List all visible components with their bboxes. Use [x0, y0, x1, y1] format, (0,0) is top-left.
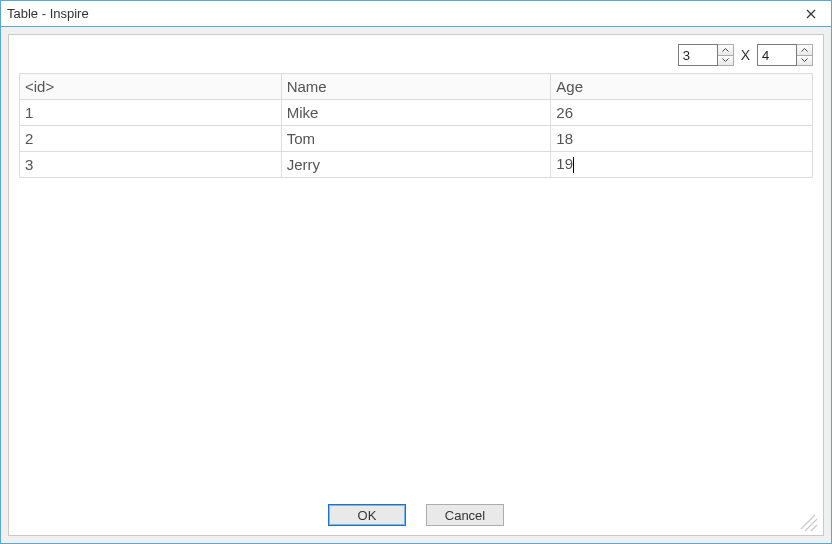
table-header-row: <id> Name Age	[20, 74, 813, 100]
cell-edit-value[interactable]: 19	[556, 155, 573, 172]
cell-age-editing[interactable]: 19	[551, 152, 813, 178]
close-button[interactable]	[791, 1, 831, 26]
chevron-down-icon	[801, 58, 808, 62]
cell-id[interactable]: 3	[20, 152, 282, 178]
inner-panel: X <id> Name Age	[8, 34, 824, 536]
dimension-separator: X	[741, 47, 750, 63]
cell-name[interactable]: Jerry	[281, 152, 551, 178]
table-body: 1 Mike 26 2 Tom 18 3 Jerry	[20, 100, 813, 178]
dialog-footer: OK Cancel	[9, 495, 823, 535]
rows-input[interactable]	[678, 44, 718, 66]
window-title: Table - Inspire	[7, 6, 791, 21]
table-row[interactable]: 1 Mike 26	[20, 100, 813, 126]
ok-button[interactable]: OK	[328, 504, 406, 526]
cell-name[interactable]: Tom	[281, 126, 551, 152]
cell-id[interactable]: 1	[20, 100, 282, 126]
close-icon	[806, 9, 816, 19]
cols-input[interactable]	[757, 44, 797, 66]
cell-id[interactable]: 2	[20, 126, 282, 152]
rows-spinner[interactable]	[678, 44, 734, 66]
chevron-up-icon	[722, 48, 729, 52]
rows-up-button[interactable]	[718, 45, 733, 55]
cols-spinner-arrows	[797, 44, 813, 66]
cell-name[interactable]: Mike	[281, 100, 551, 126]
table-row[interactable]: 3 Jerry 19	[20, 152, 813, 178]
table-row[interactable]: 2 Tom 18	[20, 126, 813, 152]
chevron-down-icon	[722, 58, 729, 62]
text-caret	[573, 157, 574, 173]
col-header-id[interactable]: <id>	[20, 74, 282, 100]
data-table[interactable]: <id> Name Age 1 Mike 26 2 To	[19, 73, 813, 178]
cell-age[interactable]: 26	[551, 100, 813, 126]
rows-spinner-arrows	[718, 44, 734, 66]
cols-up-button[interactable]	[797, 45, 812, 55]
table-container: <id> Name Age 1 Mike 26 2 To	[19, 73, 813, 495]
cols-down-button[interactable]	[797, 55, 812, 66]
cols-spinner[interactable]	[757, 44, 813, 66]
dialog-window: Table - Inspire X	[0, 0, 832, 544]
titlebar: Table - Inspire	[1, 1, 831, 27]
col-header-name[interactable]: Name	[281, 74, 551, 100]
resize-grip-icon	[799, 513, 819, 533]
cancel-button[interactable]: Cancel	[426, 504, 504, 526]
client-area: X <id> Name Age	[1, 27, 831, 543]
cell-age[interactable]: 18	[551, 126, 813, 152]
col-header-age[interactable]: Age	[551, 74, 813, 100]
dimension-controls: X	[9, 35, 823, 73]
rows-down-button[interactable]	[718, 55, 733, 66]
chevron-up-icon	[801, 48, 808, 52]
